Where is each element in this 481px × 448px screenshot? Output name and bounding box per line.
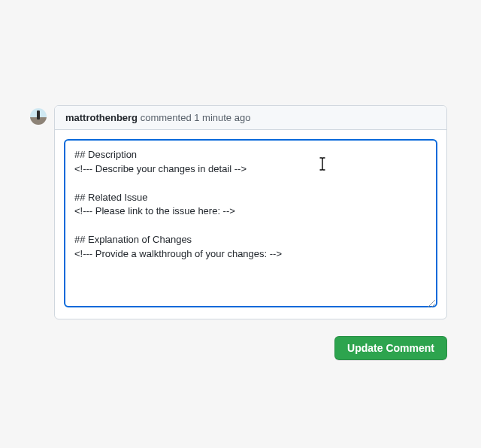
comment-container: mattrothenberg commented 1 minute ago <box>54 105 447 319</box>
comment-timestamp[interactable]: 1 minute ago <box>194 112 250 123</box>
comment-editor-textarea[interactable] <box>64 139 437 307</box>
comment-header: mattrothenberg commented 1 minute ago <box>55 106 446 130</box>
update-comment-button[interactable]: Update Comment <box>334 336 447 360</box>
comment-verb: commented <box>141 112 192 123</box>
avatar[interactable] <box>30 108 47 125</box>
comment-actions: Update Comment <box>30 336 447 360</box>
comment-body <box>55 130 446 319</box>
comment-author[interactable]: mattrothenberg <box>65 112 138 123</box>
